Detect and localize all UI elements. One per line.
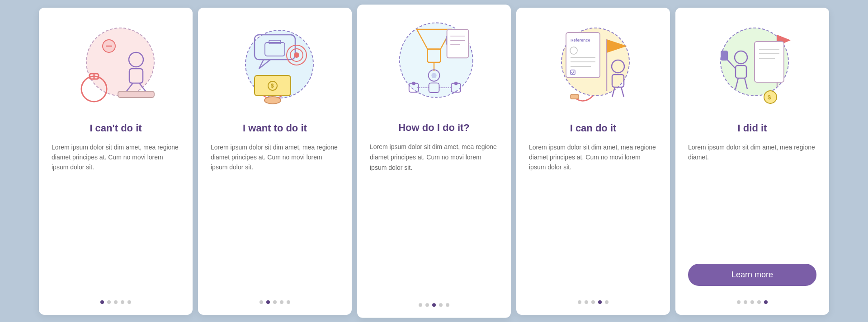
svg-rect-69 — [721, 51, 728, 61]
dot-3 — [114, 300, 118, 304]
card-4: Reference I can do it — [516, 8, 670, 315]
card-1-title: I can't do it — [90, 122, 142, 134]
dot-1 — [578, 300, 581, 304]
dot-1 — [100, 300, 104, 304]
dot-3 — [591, 300, 595, 304]
card-2-body: Lorem ipsum dolor sit dim amet, mea regi… — [211, 142, 339, 289]
dot-4 — [757, 300, 761, 304]
dot-5 — [605, 300, 609, 304]
card-4-body: Lorem ipsum dolor sit dim amet, mea regi… — [529, 142, 657, 289]
dot-5 — [764, 300, 768, 304]
dot-1 — [419, 303, 422, 307]
dot-2 — [744, 300, 747, 304]
dot-3 — [750, 300, 754, 304]
card-4-title: I can do it — [570, 122, 617, 134]
svg-line-55 — [621, 87, 624, 97]
dot-4 — [121, 300, 124, 304]
card-1-illustration — [71, 21, 161, 112]
svg-rect-60 — [755, 42, 784, 82]
card-2-illustration: $ — [230, 21, 320, 112]
card-2: $ I want to do it Lorem ipsum dolor sit … — [198, 8, 352, 315]
dot-5 — [127, 300, 131, 304]
svg-text:$: $ — [768, 94, 771, 101]
card-5-illustration: $ — [707, 21, 797, 112]
svg-rect-56 — [571, 94, 579, 99]
card-5-title: I did it — [738, 122, 767, 134]
cards-container: I can't do it Lorem ipsum dolor sit dim … — [25, 0, 843, 322]
card-5-dots — [737, 300, 768, 304]
dot-1 — [737, 300, 741, 304]
svg-point-22 — [264, 97, 281, 104]
card-3-body: Lorem ipsum dolor sit dim amet, mea regi… — [370, 142, 498, 292]
card-1: I can't do it Lorem ipsum dolor sit dim … — [39, 8, 193, 315]
card-1-dots — [100, 300, 131, 304]
dot-2 — [266, 300, 270, 304]
dot-2 — [107, 300, 111, 304]
learn-more-button[interactable]: Learn more — [688, 264, 816, 286]
card-1-body: Lorem ipsum dolor sit dim amet, mea regi… — [52, 142, 180, 289]
svg-point-0 — [86, 28, 154, 96]
card-5-body: Lorem ipsum dolor sit dim amet, mea regi… — [688, 142, 816, 257]
dot-5 — [287, 300, 290, 304]
dot-1 — [259, 300, 263, 304]
card-3-dots — [419, 303, 449, 307]
card-2-title: I want to do it — [243, 122, 307, 134]
dot-4 — [439, 303, 443, 307]
card-2-dots — [259, 300, 290, 304]
svg-rect-8 — [118, 91, 154, 98]
svg-text:Reference: Reference — [571, 38, 590, 42]
card-5: $ I did it Lorem ipsum dolor sit dim ame… — [675, 8, 829, 315]
card-4-dots — [578, 300, 609, 304]
dot-3 — [432, 303, 436, 307]
svg-text:$: $ — [271, 83, 274, 89]
card-3-title: How do I do it? — [398, 121, 470, 134]
dot-3 — [273, 300, 277, 304]
dot-5 — [446, 303, 449, 307]
dot-2 — [585, 300, 588, 304]
dot-4 — [280, 300, 283, 304]
card-3-illustration — [389, 18, 479, 110]
svg-rect-29 — [447, 29, 469, 58]
svg-point-18 — [294, 52, 299, 58]
card-4-illustration: Reference — [548, 21, 638, 112]
card-3: How do I do it? Lorem ipsum dolor sit di… — [357, 5, 511, 318]
dot-2 — [425, 303, 429, 307]
dot-4 — [598, 300, 602, 304]
